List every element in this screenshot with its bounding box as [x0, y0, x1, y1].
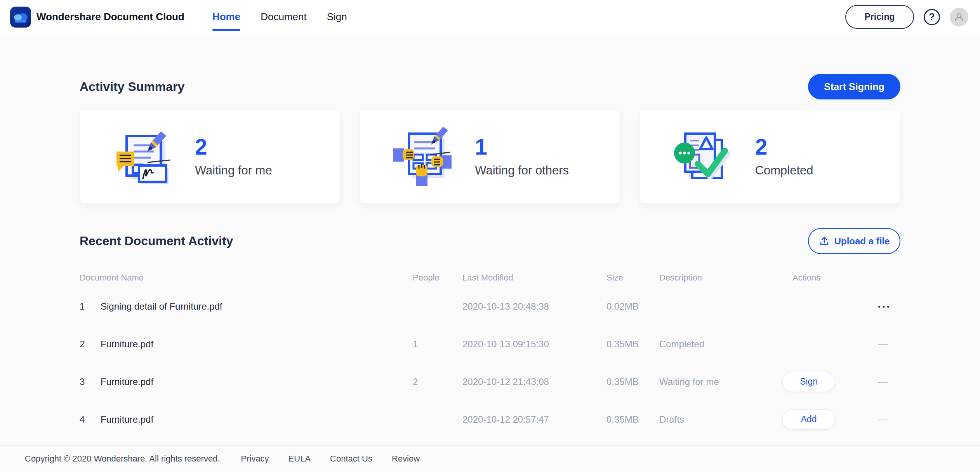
- summary-cards: 2 Waiting for me: [80, 110, 900, 203]
- size-cell: 0.35MB: [606, 339, 659, 350]
- card-waiting-for-others[interactable]: 1 Waiting for others: [360, 110, 620, 203]
- description-cell: Waiting for me: [659, 376, 792, 387]
- activity-summary-title: Activity Summary: [80, 80, 184, 94]
- more-options-icon[interactable]: •••: [878, 302, 900, 311]
- card-text: 1 Waiting for others: [475, 136, 569, 178]
- document-hands-illustration: [393, 127, 452, 186]
- row-index: 2: [80, 339, 101, 350]
- card-waiting-for-me[interactable]: 2 Waiting for me: [80, 110, 340, 203]
- column-actions: Actions: [792, 273, 878, 283]
- table-row: 1 Signing detail of Furniture.pdf 2020-1…: [80, 287, 900, 325]
- activity-summary-header: Activity Summary Start Signing: [80, 74, 900, 99]
- copyright-text: Copyright © 2020 Wondershare. All rights…: [25, 454, 220, 464]
- waiting-for-me-count: 2: [195, 136, 272, 158]
- footer-link-privacy[interactable]: Privacy: [241, 454, 269, 464]
- table-row: 3 Furniture.pdf 2 2020-10-12 21:43:08 0.…: [80, 363, 900, 401]
- column-description: Description: [659, 273, 792, 283]
- description-cell: Drafts: [659, 414, 792, 425]
- description-cell: Completed: [659, 339, 792, 350]
- recent-activity-header: Recent Document Activity Upload a file: [80, 228, 900, 254]
- row-index: 4: [80, 414, 101, 425]
- card-completed[interactable]: 2 Completed: [640, 110, 900, 203]
- help-question-icon[interactable]: ?: [924, 9, 940, 25]
- document-name-link[interactable]: Furniture.pdf: [101, 339, 413, 350]
- sign-action-button[interactable]: Sign: [782, 372, 835, 392]
- waiting-for-others-count: 1: [475, 136, 569, 158]
- cloud-glyph: [13, 12, 28, 23]
- waiting-for-me-label: Waiting for me: [195, 164, 272, 178]
- size-cell: 0.35MB: [606, 376, 659, 387]
- page-footer: Copyright © 2020 Wondershare. All rights…: [0, 445, 980, 472]
- footer-link-eula[interactable]: EULA: [288, 454, 311, 464]
- last-modified-cell: 2020-10-12 21:43:08: [462, 376, 606, 387]
- add-action-button[interactable]: Add: [782, 409, 835, 430]
- user-avatar-icon[interactable]: [950, 8, 968, 26]
- card-text: 2 Completed: [755, 136, 813, 178]
- upload-file-label: Upload a file: [834, 236, 890, 247]
- column-people: People: [413, 273, 462, 283]
- footer-links: Privacy EULA Contact Us Review: [241, 454, 420, 464]
- upload-file-button[interactable]: Upload a file: [808, 228, 900, 254]
- people-cell: 2: [413, 376, 462, 387]
- nav-item-sign[interactable]: Sign: [327, 0, 347, 34]
- footer-link-contact-us[interactable]: Contact Us: [330, 454, 372, 464]
- document-signature-illustration: [113, 127, 172, 186]
- size-cell: 0.02MB: [606, 301, 659, 312]
- person-icon: [954, 12, 964, 23]
- main-content: Activity Summary Start Signing: [80, 74, 900, 438]
- column-last-modified: Last Modified: [462, 273, 606, 283]
- document-table: Document Name People Last Modified Size …: [80, 268, 900, 438]
- document-name-link[interactable]: Signing detail of Furniture.pdf: [101, 301, 413, 312]
- no-actions-dash: —: [878, 376, 900, 388]
- card-text: 2 Waiting for me: [195, 136, 272, 178]
- main-nav: Home Document Sign: [212, 0, 347, 34]
- row-index: 1: [80, 301, 101, 312]
- no-actions-dash: —: [878, 413, 900, 425]
- footer-link-review[interactable]: Review: [392, 454, 420, 464]
- row-index: 3: [80, 376, 101, 387]
- people-cell: 1: [413, 339, 462, 350]
- top-bar: Wondershare Document Cloud Home Document…: [0, 0, 980, 34]
- cloud-logo-icon[interactable]: [10, 7, 31, 28]
- document-checkmark-illustration: [674, 127, 732, 186]
- completed-count: 2: [755, 136, 813, 158]
- waiting-for-others-label: Waiting for others: [475, 164, 569, 178]
- size-cell: 0.35MB: [606, 414, 659, 425]
- start-signing-button[interactable]: Start Signing: [808, 74, 900, 99]
- pricing-button[interactable]: Pricing: [845, 5, 914, 29]
- nav-item-home[interactable]: Home: [212, 0, 240, 34]
- upload-icon: [819, 236, 830, 247]
- nav-item-document[interactable]: Document: [261, 0, 307, 34]
- table-row: 2 Furniture.pdf 1 2020-10-13 09:15:30 0.…: [80, 325, 900, 363]
- last-modified-cell: 2020-10-13 09:15:30: [462, 339, 606, 350]
- document-name-link[interactable]: Furniture.pdf: [101, 414, 413, 425]
- completed-label: Completed: [755, 164, 813, 178]
- recent-activity-title: Recent Document Activity: [80, 234, 233, 248]
- last-modified-cell: 2020-10-12 20:57:47: [462, 414, 606, 425]
- table-row: 4 Furniture.pdf 2020-10-12 20:57:47 0.35…: [80, 401, 900, 438]
- top-bar-right: Pricing ?: [845, 5, 968, 29]
- last-modified-cell: 2020-10-13 20:48:38: [462, 301, 606, 312]
- column-document-name: Document Name: [80, 273, 413, 283]
- document-name-link[interactable]: Furniture.pdf: [101, 376, 413, 387]
- brand-title: Wondershare Document Cloud: [36, 11, 184, 23]
- table-header-row: Document Name People Last Modified Size …: [80, 268, 900, 287]
- column-size: Size: [606, 273, 659, 283]
- no-actions-dash: —: [878, 338, 900, 350]
